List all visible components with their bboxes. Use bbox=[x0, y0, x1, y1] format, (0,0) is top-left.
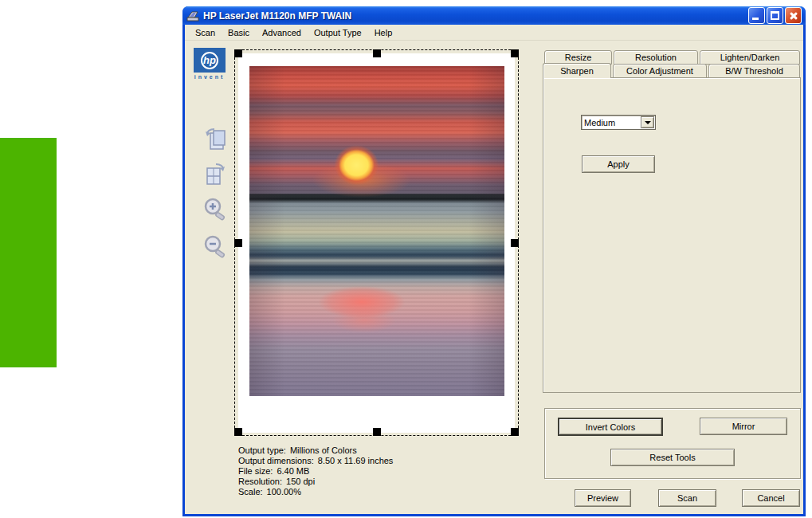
output-info: Output type:Millions of Colors Output di… bbox=[238, 445, 397, 497]
rotate-left-button[interactable] bbox=[202, 123, 229, 153]
apply-button[interactable]: Apply bbox=[582, 155, 655, 173]
zoom-out-button[interactable] bbox=[202, 232, 229, 262]
selection-marquee[interactable] bbox=[234, 49, 519, 436]
scan-button[interactable]: Scan bbox=[658, 489, 716, 507]
rotate-right-button[interactable] bbox=[202, 158, 229, 188]
hp-invent-label: invent bbox=[194, 74, 226, 80]
minimize-button[interactable] bbox=[748, 7, 765, 24]
info-line: Output type:Millions of Colors bbox=[238, 445, 397, 456]
info-line: Output dimensions:8.50 x 11.69 inches bbox=[238, 456, 397, 466]
mirror-button[interactable]: Mirror bbox=[700, 418, 787, 435]
maximize-button[interactable] bbox=[767, 7, 783, 24]
tab-color-adjustment[interactable]: Color Adjustment bbox=[613, 64, 707, 78]
maximize-icon bbox=[771, 11, 779, 20]
menu-item-scan[interactable]: Scan bbox=[189, 26, 222, 39]
zoom-in-button[interactable] bbox=[202, 194, 229, 225]
preview-button[interactable]: Preview bbox=[575, 489, 631, 507]
menu-item-basic[interactable]: Basic bbox=[222, 26, 256, 39]
selection-handle[interactable] bbox=[373, 428, 381, 436]
rotate-left-icon bbox=[203, 124, 227, 152]
selection-handle[interactable] bbox=[511, 428, 519, 436]
window-title: HP LaserJet M1120n MFP TWAIN bbox=[203, 10, 747, 22]
reset-tools-button[interactable]: Reset Tools bbox=[610, 449, 735, 466]
zoom-out-icon bbox=[202, 234, 228, 260]
chevron-down-icon bbox=[645, 121, 651, 124]
tab-resolution[interactable]: Resolution bbox=[614, 50, 698, 65]
twain-dialog-window: HP LaserJet M1120n MFP TWAIN Scan Basic … bbox=[182, 6, 806, 516]
tab-lighten-darken[interactable]: Lighten/Darken bbox=[700, 50, 800, 65]
hp-logo-mark: hp bbox=[201, 52, 218, 69]
cancel-button[interactable]: Cancel bbox=[742, 489, 800, 507]
menu-item-output-type[interactable]: Output Type bbox=[308, 26, 368, 39]
menu-item-help[interactable]: Help bbox=[368, 26, 399, 39]
menu-item-advanced[interactable]: Advanced bbox=[256, 26, 308, 39]
selection-handle[interactable] bbox=[373, 49, 381, 57]
sharpen-level-select[interactable]: Medium bbox=[581, 115, 656, 130]
close-button[interactable] bbox=[785, 7, 802, 24]
hp-logo: hp bbox=[194, 48, 226, 73]
green-banner bbox=[0, 138, 57, 367]
selection-handle[interactable] bbox=[511, 239, 519, 247]
info-line: Scale:100.00% bbox=[238, 487, 397, 497]
selection-handle[interactable] bbox=[234, 239, 242, 247]
zoom-in-icon bbox=[202, 197, 228, 222]
minimize-icon bbox=[752, 18, 759, 20]
combo-dropdown-button[interactable] bbox=[641, 116, 654, 128]
titlebar[interactable]: HP LaserJet M1120n MFP TWAIN bbox=[182, 6, 806, 25]
info-line: File size:6.40 MB bbox=[238, 466, 397, 477]
selection-handle[interactable] bbox=[511, 49, 519, 57]
info-line: Resolution:150 dpi bbox=[238, 477, 397, 487]
scanner-app-icon bbox=[186, 10, 199, 22]
tab-bw-threshold[interactable]: B/W Threshold bbox=[708, 64, 800, 78]
rotate-right-icon bbox=[203, 159, 227, 187]
close-icon bbox=[788, 10, 798, 21]
selection-handle[interactable] bbox=[234, 49, 242, 57]
sharpen-level-value: Medium bbox=[582, 118, 641, 128]
selection-handle[interactable] bbox=[234, 428, 242, 436]
menubar: Scan Basic Advanced Output Type Help bbox=[185, 25, 803, 41]
invert-colors-button[interactable]: Invert Colors bbox=[558, 418, 663, 436]
tab-sharpen[interactable]: Sharpen bbox=[543, 63, 611, 78]
